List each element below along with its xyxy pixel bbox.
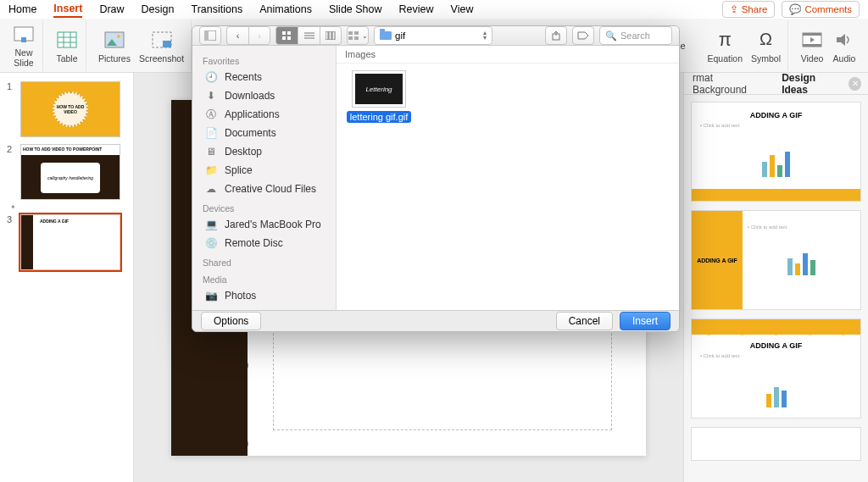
comment-icon: 💬	[789, 3, 801, 15]
sidebar-downloads[interactable]: ⬇Downloads	[192, 86, 336, 105]
svg-rect-1	[21, 37, 26, 42]
design-idea-2[interactable]: ADDING A GIF • Click to add text	[691, 210, 861, 310]
cancel-button[interactable]: Cancel	[556, 312, 613, 330]
menu-bar: Home Insert Draw Design Transitions Anim…	[0, 0, 868, 19]
new-slide-button[interactable]: New Slide	[12, 23, 36, 68]
search-input[interactable]: 🔍 Search	[599, 26, 672, 45]
animation-indicator-icon: ✦	[10, 203, 133, 211]
file-name-label: lettering gif.gif	[347, 111, 411, 123]
slide-thumb-1[interactable]: 1 HOW TO ADD VIDEO	[0, 78, 133, 141]
slide-thumb-2[interactable]: 2 HOW TO ADD VIDEO TO POWERPOINT calligr…	[0, 141, 133, 203]
folder-dropdown[interactable]: gif ▴▾	[374, 26, 492, 45]
file-item-lettering-gif[interactable]: Lettering lettering gif.gif	[347, 70, 411, 123]
design-ideas-tab[interactable]: Design Ideas	[773, 72, 849, 96]
svg-rect-20	[287, 31, 291, 35]
svg-rect-18	[204, 30, 209, 41]
tab-design[interactable]: Design	[142, 2, 175, 17]
audio-button[interactable]: Audio	[832, 28, 856, 64]
close-panel-button[interactable]: ✕	[849, 77, 861, 91]
tab-insert[interactable]: Insert	[53, 1, 82, 18]
tab-view[interactable]: View	[451, 2, 474, 17]
design-idea-3[interactable]: ADDING A GIF • Click to add text	[691, 319, 861, 418]
format-background-tab[interactable]: rmat Background	[684, 72, 773, 96]
updown-icon: ▴▾	[483, 30, 487, 41]
svg-rect-28	[332, 31, 335, 40]
tab-review[interactable]: Review	[399, 2, 434, 17]
tab-slideshow[interactable]: Slide Show	[329, 2, 382, 17]
downloads-icon: ⬇	[204, 90, 218, 102]
svg-rect-13	[803, 33, 821, 36]
slide-thumbnails-panel: 1 HOW TO ADD VIDEO 2 HOW TO ADD VIDEO TO…	[0, 73, 134, 482]
slide-thumb-3[interactable]: 3 ADDING A GIF	[0, 211, 133, 274]
content-header: Images	[337, 46, 679, 64]
equation-button[interactable]: π Equation	[708, 28, 743, 64]
svg-rect-31	[348, 36, 353, 40]
screenshot-icon	[150, 28, 174, 52]
sidebar-toggle-button[interactable]	[199, 26, 221, 45]
tab-transitions[interactable]: Transitions	[191, 2, 242, 17]
pictures-icon	[103, 28, 126, 52]
sidebar-documents[interactable]: 📄Documents	[192, 124, 336, 142]
nav-buttons: ‹ ›	[226, 26, 270, 45]
svg-rect-2	[58, 32, 76, 47]
sidebar-creative-cloud[interactable]: ☁Creative Cloud Files	[192, 180, 336, 198]
new-slide-icon	[12, 23, 36, 47]
group-button[interactable]: ⌄	[347, 26, 369, 45]
tab-home[interactable]: Home	[8, 2, 36, 17]
disc-icon: 💿	[204, 237, 218, 249]
file-picker-dialog: ‹ › ⌄ gif ▴▾ 🔍 Search Favorites 🕘Recents…	[192, 25, 680, 332]
video-icon	[800, 28, 824, 52]
share-button[interactable]: ⇪Share	[722, 1, 776, 18]
design-idea-1[interactable]: ADDING A GIF • Click to add text	[691, 102, 861, 202]
svg-rect-14	[803, 44, 821, 47]
comments-button[interactable]: 💬Comments	[782, 1, 860, 18]
back-button[interactable]: ‹	[226, 26, 248, 45]
video-button[interactable]: Video	[800, 28, 824, 64]
svg-rect-21	[282, 36, 286, 40]
svg-rect-30	[354, 31, 359, 35]
cloud-icon: ☁	[204, 183, 218, 195]
svg-rect-32	[354, 36, 359, 40]
tab-animations[interactable]: Animations	[259, 2, 312, 17]
screenshot-button[interactable]: Screenshot	[139, 28, 184, 64]
folder-icon	[380, 31, 392, 40]
pictures-button[interactable]: Pictures	[98, 28, 131, 64]
sidebar-section-media: Media	[192, 269, 336, 286]
dialog-footer: Options Cancel Insert	[192, 310, 679, 331]
design-idea-4[interactable]	[691, 427, 861, 461]
column-view-button[interactable]	[320, 26, 342, 45]
clock-icon: 🕘	[204, 71, 218, 83]
sidebar-splice[interactable]: 📁Splice	[192, 161, 336, 180]
view-mode-segment	[275, 26, 342, 45]
applications-icon: Ⓐ	[204, 108, 218, 120]
insert-button[interactable]: Insert	[620, 312, 670, 330]
desktop-icon: 🖥	[204, 146, 218, 158]
sidebar-macbook[interactable]: 💻Jared's MacBook Pro	[192, 215, 336, 234]
svg-point-9	[117, 35, 120, 38]
sidebar-recents[interactable]: 🕘Recents	[192, 68, 336, 86]
sidebar-photos[interactable]: 📷Photos	[192, 286, 336, 305]
options-button[interactable]: Options	[201, 312, 261, 330]
equation-icon: π	[713, 28, 737, 52]
svg-rect-22	[287, 36, 291, 40]
audio-icon	[832, 28, 856, 52]
sidebar-applications[interactable]: ⒶApplications	[192, 105, 336, 124]
forward-button[interactable]: ›	[248, 26, 270, 45]
icon-view-button[interactable]	[275, 26, 298, 45]
sidebar-desktop[interactable]: 🖥Desktop	[192, 142, 336, 161]
folder-icon: 📁	[204, 164, 218, 176]
sidebar-remote-disc[interactable]: 💿Remote Disc	[192, 234, 336, 252]
list-view-button[interactable]	[298, 26, 320, 45]
sidebar-section-devices: Devices	[192, 198, 336, 215]
action-button[interactable]	[545, 26, 567, 45]
dialog-content: Images Lettering lettering gif.gif	[337, 46, 679, 310]
dialog-sidebar: Favorites 🕘Recents ⬇Downloads ⒶApplicati…	[192, 46, 337, 310]
symbol-icon: Ω	[754, 28, 777, 52]
share-icon: ⇪	[730, 3, 738, 15]
sidebar-section-favorites: Favorites	[192, 51, 336, 68]
symbol-button[interactable]: Ω Symbol	[751, 28, 781, 64]
table-button[interactable]: Table	[55, 28, 79, 64]
table-icon	[55, 28, 79, 52]
tags-button[interactable]	[572, 26, 594, 45]
tab-draw[interactable]: Draw	[99, 2, 124, 17]
